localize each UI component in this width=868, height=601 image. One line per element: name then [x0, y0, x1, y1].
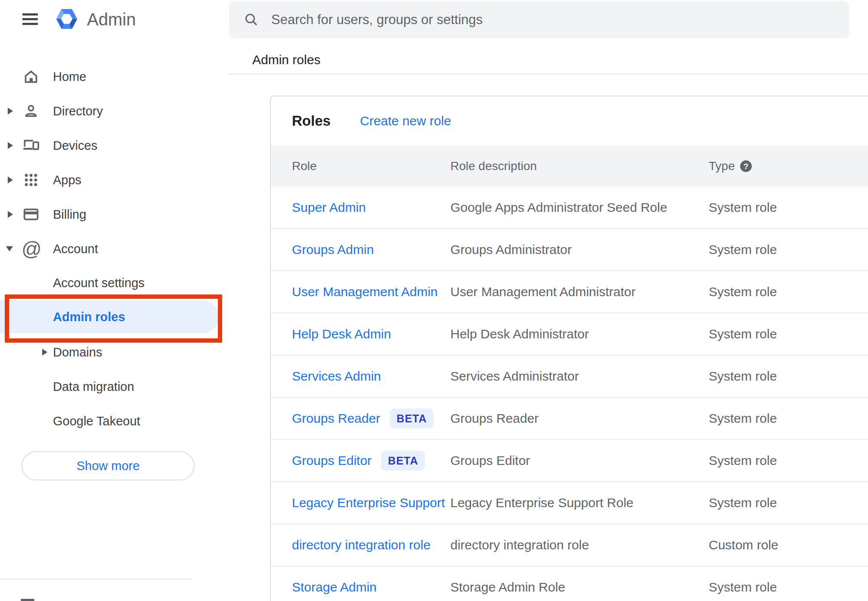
- devices-icon: [22, 137, 40, 154]
- header-divider: [228, 74, 868, 74]
- role-description: Legacy Enterprise Support Role: [450, 496, 633, 510]
- role-description: Google Apps Administrator Seed Role: [450, 200, 667, 215]
- role-link[interactable]: Services Admin: [292, 369, 381, 384]
- sidebar-item-label: Google Takeout: [53, 414, 140, 428]
- show-more-button[interactable]: Show more: [22, 451, 195, 480]
- sidebar-item-label: Billing: [53, 208, 86, 222]
- table-row: Groups Editor BETA Groups Editor System …: [271, 440, 868, 482]
- chevron-right-icon[interactable]: [8, 177, 13, 183]
- column-header-description: Role description: [450, 159, 537, 173]
- sidebar-item-devices[interactable]: Devices: [0, 128, 222, 163]
- role-type: System role: [709, 496, 777, 510]
- sidebar-item-label: Data migration: [53, 380, 134, 394]
- column-header-role: Role: [292, 159, 317, 173]
- roles-card-header: Roles Create new role: [271, 96, 868, 146]
- search-icon: [244, 12, 259, 28]
- role-link[interactable]: Legacy Enterprise Support: [292, 496, 445, 510]
- help-icon[interactable]: ?: [740, 161, 752, 172]
- chevron-right-icon[interactable]: [8, 108, 13, 115]
- feedback-icon: [21, 599, 34, 601]
- role-description: User Management Administrator: [450, 285, 636, 299]
- sidebar-item-data-migration[interactable]: Data migration: [0, 369, 222, 404]
- role-description: Help Desk Administrator: [450, 327, 589, 341]
- role-description: Groups Administrator: [450, 242, 572, 257]
- sidebar-bottom-divider: [0, 579, 192, 579]
- table-row: Super Admin Google Apps Administrator Se…: [271, 187, 868, 229]
- sidebar-item-google-takeout[interactable]: Google Takeout: [0, 404, 222, 438]
- person-icon: [22, 102, 40, 120]
- apps-grid-icon: [22, 171, 40, 189]
- sidebar-item-apps[interactable]: Apps: [0, 163, 222, 197]
- sidebar-item-label: Directory: [53, 104, 103, 118]
- sidebar-item-home[interactable]: Home: [0, 59, 222, 94]
- role-link[interactable]: Groups Editor: [292, 453, 372, 468]
- role-type: Custom role: [709, 538, 778, 552]
- table-row: Help Desk Admin Help Desk Administrator …: [271, 313, 868, 356]
- search-input[interactable]: [270, 6, 849, 33]
- chevron-right-icon[interactable]: [8, 211, 13, 218]
- role-type: System role: [709, 327, 777, 341]
- role-type: System role: [709, 453, 777, 468]
- card-title: Roles: [292, 113, 331, 129]
- role-description: directory integration role: [450, 538, 589, 552]
- table-row: Groups Reader BETA Groups Reader System …: [271, 398, 868, 440]
- role-link[interactable]: Super Admin: [292, 200, 366, 215]
- role-link[interactable]: User Management Admin: [292, 285, 438, 299]
- sidebar-item-label: Devices: [53, 139, 97, 153]
- table-row: Storage Admin Storage Admin Role System …: [271, 567, 868, 601]
- admin-console: Admin Admin roles Home Directory Dev: [0, 0, 868, 601]
- table-row: directory integration role directory int…: [271, 524, 868, 567]
- sidebar-item-label: Apps: [53, 173, 81, 187]
- home-icon: [22, 68, 40, 85]
- chevron-down-icon[interactable]: [6, 246, 13, 251]
- sidebar-item-account-settings[interactable]: Account settings: [0, 266, 222, 300]
- sidebar-item-label: Home: [53, 70, 86, 84]
- role-link[interactable]: Help Desk Admin: [292, 327, 391, 341]
- sidebar-item-label: Domains: [53, 345, 102, 359]
- role-link[interactable]: directory integration role: [292, 538, 431, 552]
- table-row: Services Admin Services Administrator Sy…: [271, 356, 868, 398]
- create-new-role-link[interactable]: Create new role: [360, 114, 451, 128]
- admin-logo-icon: [54, 6, 79, 31]
- sidebar-item-label: Account: [53, 242, 98, 256]
- role-type: System role: [709, 285, 777, 299]
- role-description: Groups Editor: [450, 453, 530, 468]
- role-link[interactable]: Storage Admin: [292, 580, 377, 595]
- sidebar-item-directory[interactable]: Directory: [0, 94, 222, 128]
- role-type: System role: [709, 200, 777, 215]
- credit-card-icon: [22, 206, 40, 223]
- sidebar-item-admin-roles[interactable]: Admin roles: [0, 300, 219, 333]
- table-header-row: Role Role description Type ?: [271, 146, 868, 187]
- role-type: System role: [709, 242, 777, 257]
- role-type: System role: [709, 411, 777, 426]
- role-type: System role: [709, 580, 777, 595]
- role-description: Services Administrator: [450, 369, 579, 384]
- role-type: System role: [709, 369, 777, 384]
- beta-badge: BETA: [381, 451, 425, 471]
- table-row: Legacy Enterprise Support Legacy Enterpr…: [271, 482, 868, 524]
- sidebar-item-label: Admin roles: [53, 310, 125, 324]
- sidebar-item-domains[interactable]: Domains: [0, 335, 222, 369]
- search-bar[interactable]: [229, 1, 849, 38]
- hamburger-menu-icon[interactable]: [22, 13, 38, 25]
- sidebar-item-label: Account settings: [53, 276, 145, 290]
- table-row: User Management Admin User Management Ad…: [271, 271, 868, 313]
- beta-badge: BETA: [390, 409, 434, 428]
- breadcrumb: Admin roles: [252, 53, 320, 67]
- roles-card: Roles Create new role Role Role descript…: [270, 96, 868, 601]
- column-header-type: Type: [709, 159, 735, 173]
- chevron-right-icon[interactable]: [42, 349, 47, 356]
- at-sign-icon: @: [22, 240, 42, 257]
- role-link[interactable]: Groups Reader: [292, 411, 380, 426]
- product-title: Admin: [87, 9, 136, 29]
- role-description: Storage Admin Role: [450, 580, 565, 595]
- sidebar-item-account[interactable]: @ Account: [0, 232, 222, 266]
- table-row: Groups Admin Groups Administrator System…: [271, 229, 868, 271]
- chevron-right-icon[interactable]: [8, 142, 13, 149]
- sidebar-item-billing[interactable]: Billing: [0, 197, 222, 232]
- role-description: Groups Reader: [450, 411, 539, 426]
- role-link[interactable]: Groups Admin: [292, 242, 374, 257]
